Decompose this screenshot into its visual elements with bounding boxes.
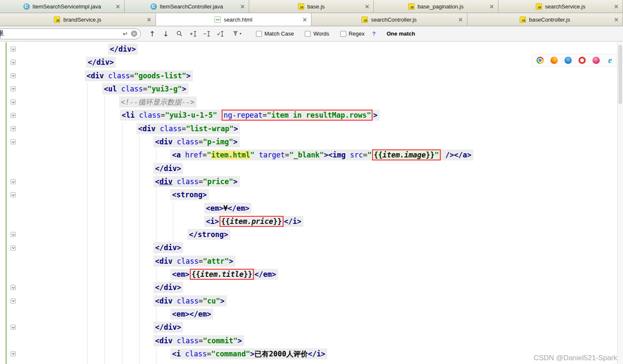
code-text: <ul class="yui3-g"> — [102, 83, 189, 94]
scrollbar-thumb[interactable] — [618, 45, 622, 104]
tab-searchService.js[interactable]: JSsearchService.js× — [498, 0, 623, 13]
tab-close-icon[interactable]: × — [458, 16, 463, 23]
annotation-highlight-box: ng-repeat="item in resultMap.rows" — [222, 110, 373, 121]
select-occurrence-check-icon[interactable] — [214, 28, 225, 39]
code-token: > — [186, 72, 190, 80]
code-token: <!--循环显示数据--> — [121, 98, 195, 106]
browser-icon-pink[interactable] — [592, 57, 600, 64]
code-token: </div> — [155, 164, 181, 173]
tab-close-icon[interactable]: × — [614, 3, 619, 10]
code-line[interactable]: </div> — [0, 281, 617, 294]
code-line[interactable]: <div class="price"> — [0, 175, 617, 188]
newline-icon[interactable]: ↵ — [122, 30, 128, 38]
code-line[interactable]: <div class="p-img"> — [0, 135, 617, 149]
code-line[interactable]: <strong> — [0, 188, 617, 201]
code-token: "attr" — [203, 257, 229, 265]
code-token: <div — [155, 297, 177, 305]
tab-close-icon[interactable]: × — [489, 3, 494, 10]
ie-icon[interactable]: e — [606, 57, 614, 64]
code-line[interactable]: </strong> — [0, 228, 617, 241]
code-line[interactable]: <em>¥</em> — [0, 202, 617, 215]
clear-search-icon[interactable]: ✕ — [131, 30, 137, 37]
editor-pane[interactable]: </div></div><div class="goods-list"><ul … — [0, 41, 623, 364]
tab-base.js[interactable]: JSbase.js× — [249, 0, 374, 13]
code-text: <li class="yui3-u-1-5" ng-repeat="item i… — [120, 110, 380, 121]
code-text: <div class="p-img"> — [153, 136, 240, 147]
match-case-label[interactable]: Match Case — [264, 30, 294, 37]
chrome-icon[interactable] — [537, 57, 544, 64]
code-line[interactable]: </div> — [0, 241, 617, 254]
regex-label[interactable]: Regex — [349, 30, 365, 37]
words-label[interactable]: Words — [313, 30, 329, 37]
code-line[interactable]: <div class="commit"> — [0, 334, 617, 347]
code-line[interactable]: </div> — [0, 56, 617, 69]
code-line[interactable]: </div> — [0, 321, 617, 334]
tab-close-icon[interactable]: × — [614, 16, 619, 23]
select-all-occurrences-icon[interactable] — [174, 28, 185, 39]
tab-search.html[interactable]: <>search.html× — [156, 13, 312, 26]
code-line[interactable]: <div class="goods-list"> — [0, 69, 617, 83]
code-line[interactable]: <i>{{item.price}}</i> — [0, 215, 617, 228]
words-option[interactable]: Words — [305, 30, 329, 37]
tab-close-icon[interactable]: × — [147, 16, 152, 23]
tab-label: ItemSearchServiceImpl.java — [33, 3, 101, 10]
code-line[interactable]: <li class="yui3-u-1-5" ng-repeat="item i… — [0, 109, 617, 122]
tab-close-icon[interactable]: × — [364, 3, 370, 10]
code-token: "_blank" — [289, 151, 324, 159]
code-line[interactable]: <div class="attr"> — [0, 255, 617, 268]
filter-search-results-icon[interactable]: ▾ — [231, 28, 242, 39]
annotation-highlight-box: {{item.title}} — [190, 269, 254, 280]
tab-close-icon[interactable]: × — [240, 3, 245, 10]
tab-base_pagination.js[interactable]: JSbase_pagination.js× — [374, 0, 498, 13]
code-token: ng-repeat — [223, 111, 262, 119]
code-text: </div> — [153, 163, 183, 174]
code-token: = — [161, 111, 165, 119]
code-line[interactable]: <em>{{item.title}}</em> — [0, 268, 617, 281]
code-token: {{ — [192, 270, 200, 279]
tab-brandService.js[interactable]: JSbrandService.js× — [0, 13, 156, 26]
tab-ItemSearchController.java[interactable]: CItemSearchController.java× — [125, 0, 249, 13]
tab-baseController.js[interactable]: JSbaseController.js× — [467, 13, 623, 26]
opera-icon[interactable] — [578, 57, 586, 64]
code-token: class — [177, 297, 198, 305]
regex-help-link[interactable]: ? — [372, 30, 375, 37]
remove-selection-icon[interactable] — [201, 28, 212, 39]
code-token: </a> — [454, 151, 471, 159]
code-text: </div> — [108, 44, 138, 55]
safari-icon[interactable] — [565, 57, 572, 64]
match-case-checkbox[interactable] — [256, 31, 262, 37]
code-line[interactable]: <em></em> — [0, 308, 617, 321]
code-lines[interactable]: </div></div><div class="goods-list"><ul … — [0, 41, 617, 364]
regex-checkbox[interactable] — [340, 31, 346, 37]
regex-option[interactable]: Regex — [340, 30, 365, 37]
tab-close-icon[interactable]: × — [115, 3, 120, 10]
code-line[interactable]: <div class="cu"> — [0, 295, 617, 308]
code-line[interactable]: <a href="item.html" target="_blank"><img… — [0, 149, 617, 162]
words-checkbox[interactable] — [305, 31, 311, 37]
code-token: class — [177, 138, 198, 146]
code-token: class — [177, 257, 198, 265]
tab-close-icon[interactable]: × — [302, 16, 307, 23]
find-next-button[interactable]: ↓ — [160, 28, 171, 39]
find-previous-button[interactable]: ↑ — [147, 28, 158, 39]
js-file-icon: JS — [520, 17, 526, 23]
search-input[interactable] — [0, 30, 122, 38]
code-token: </div> — [155, 283, 181, 292]
vertical-scrollbar[interactable] — [617, 41, 623, 364]
tab-ItemSearchServiceImpl.java[interactable]: CItemSearchServiceImpl.java× — [0, 0, 125, 13]
code-line[interactable]: <!--循环显示数据--> — [0, 96, 617, 109]
code-token: = — [198, 138, 203, 146]
firefox-icon[interactable] — [551, 57, 558, 64]
code-line[interactable]: </div> — [0, 162, 617, 175]
tab-searchController.js[interactable]: JSsearchController.js× — [312, 13, 467, 26]
code-text: </div> — [153, 322, 183, 333]
code-line[interactable]: </div> — [0, 43, 617, 56]
match-case-option[interactable]: Match Case — [256, 30, 294, 37]
code-token: </i> — [308, 350, 325, 358]
add-selection-icon[interactable] — [187, 28, 198, 39]
code-line[interactable]: <i class="command">已有2000人评价</i> — [0, 347, 617, 361]
find-field[interactable]: ↵ ✕ — [0, 28, 141, 39]
code-line[interactable]: <div class="list-wrap"> — [0, 122, 617, 135]
code-line[interactable]: <ul class="yui3-g"> — [0, 83, 617, 96]
find-bar: ↵ ✕ ↑ ↓ ▾ Match Case Words — [0, 26, 623, 41]
